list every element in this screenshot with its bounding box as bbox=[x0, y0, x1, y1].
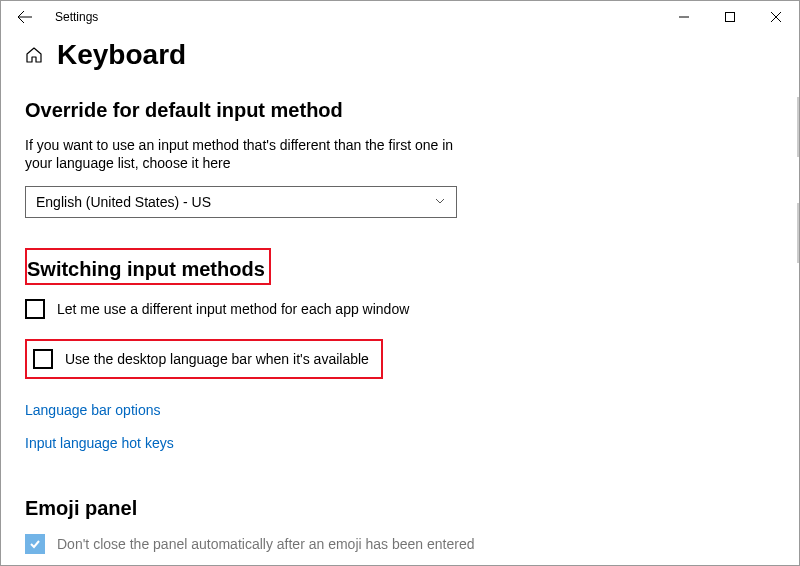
maximize-button[interactable] bbox=[707, 1, 753, 33]
input-language-hotkeys-link[interactable]: Input language hot keys bbox=[25, 435, 174, 451]
page-header: Keyboard bbox=[25, 39, 775, 71]
checkbox-emoji-label: Don't close the panel automatically afte… bbox=[57, 536, 474, 552]
back-button[interactable] bbox=[5, 1, 45, 33]
content-area: Keyboard Override for default input meth… bbox=[1, 33, 799, 554]
checkbox-per-app-label: Let me use a different input method for … bbox=[57, 301, 409, 317]
maximize-icon bbox=[725, 12, 735, 22]
svg-rect-0 bbox=[726, 13, 735, 22]
close-button[interactable] bbox=[753, 1, 799, 33]
checkbox-language-bar-input[interactable] bbox=[33, 349, 53, 369]
highlight-box-language-bar: Use the desktop language bar when it's a… bbox=[25, 339, 383, 379]
titlebar: Settings bbox=[1, 1, 799, 33]
checkbox-row-language-bar: Use the desktop language bar when it's a… bbox=[33, 349, 369, 369]
input-method-dropdown[interactable]: English (United States) - US bbox=[25, 186, 457, 218]
checkbox-row-per-app: Let me use a different input method for … bbox=[25, 299, 775, 319]
checkbox-language-bar-label: Use the desktop language bar when it's a… bbox=[65, 351, 369, 367]
override-help-text: If you want to use an input method that'… bbox=[25, 136, 455, 172]
dropdown-selected-value: English (United States) - US bbox=[36, 194, 434, 210]
emoji-heading: Emoji panel bbox=[25, 497, 775, 520]
minimize-icon bbox=[679, 12, 689, 22]
chevron-down-icon bbox=[434, 194, 446, 210]
arrow-left-icon bbox=[17, 9, 33, 25]
close-icon bbox=[771, 12, 781, 22]
language-bar-options-link[interactable]: Language bar options bbox=[25, 402, 160, 418]
home-icon[interactable] bbox=[25, 46, 43, 64]
window-title: Settings bbox=[45, 10, 98, 24]
highlight-box-heading: Switching input methods bbox=[25, 248, 271, 285]
override-heading: Override for default input method bbox=[25, 99, 775, 122]
page-title: Keyboard bbox=[57, 39, 186, 71]
scrollbar[interactable] bbox=[793, 43, 799, 565]
checkbox-row-emoji: Don't close the panel automatically afte… bbox=[25, 534, 775, 554]
checkbox-per-app-input[interactable] bbox=[25, 299, 45, 319]
checkbox-emoji-input[interactable] bbox=[25, 534, 45, 554]
checkmark-icon bbox=[28, 537, 42, 551]
switching-heading: Switching input methods bbox=[27, 252, 265, 281]
minimize-button[interactable] bbox=[661, 1, 707, 33]
